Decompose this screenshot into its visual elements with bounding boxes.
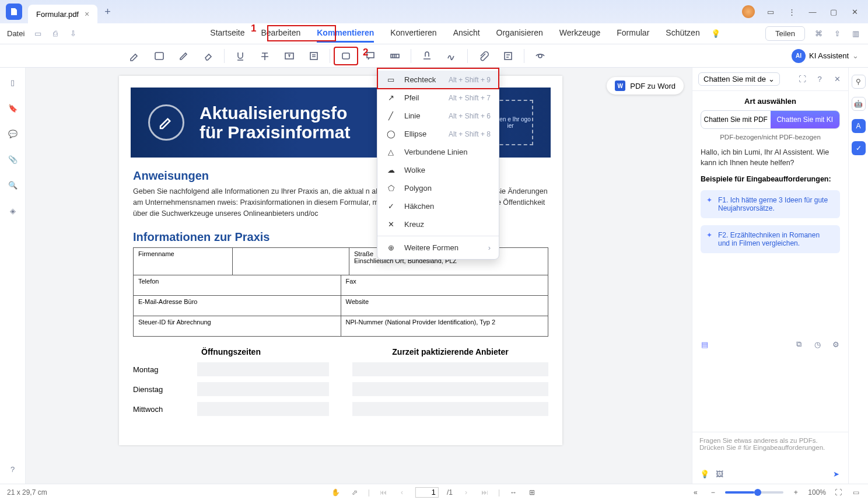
strikethrough-tool[interactable] xyxy=(253,47,277,65)
chat-ki-option[interactable]: Chatten Sie mit KI xyxy=(771,111,840,128)
panel-icon[interactable]: ▥ xyxy=(850,29,861,39)
translate-icon[interactable]: A xyxy=(852,119,866,133)
fullscreen-icon[interactable]: ⛶ xyxy=(833,487,844,498)
select-tool-icon[interactable]: ⬀ xyxy=(349,487,360,498)
ai-assistant-button[interactable]: AI KI Assistent ⌄ xyxy=(792,49,859,63)
minimize-icon[interactable]: — xyxy=(807,6,818,17)
copy-icon[interactable]: ⧉ xyxy=(793,339,804,349)
callout-tool[interactable] xyxy=(358,47,383,65)
next-page-icon[interactable]: › xyxy=(461,487,471,498)
prev-page-icon[interactable]: ‹ xyxy=(397,487,407,498)
provider-slot[interactable] xyxy=(352,362,548,376)
ribbon-tab-startseite[interactable]: Startseite xyxy=(210,25,244,43)
shape-item-check[interactable]: ✓Häkchen xyxy=(377,197,499,215)
attachment-tool[interactable] xyxy=(471,47,496,65)
cloud-upload-icon[interactable]: ⇧ xyxy=(832,29,842,39)
save-icon[interactable]: ⇩ xyxy=(68,29,78,39)
hand-tool-icon[interactable]: ✋ xyxy=(331,487,341,498)
close-window-icon[interactable]: ✕ xyxy=(849,6,860,17)
zoom-in-icon[interactable]: + xyxy=(790,487,801,498)
shape-item-arrow[interactable]: ↗PfeilAlt + Shift + 7 xyxy=(377,89,499,107)
ai-mode-switch[interactable]: Chatten Sie mit PDF Chatten Sie mit KI xyxy=(701,110,840,129)
textbox-tool[interactable] xyxy=(277,47,302,65)
close-tab-icon[interactable]: × xyxy=(85,9,89,19)
robot-icon[interactable]: 🤖 xyxy=(852,97,866,111)
stamp-tool[interactable] xyxy=(415,47,439,65)
message-icon[interactable]: ▭ xyxy=(765,6,776,17)
first-page-icon[interactable]: ⏮ xyxy=(378,487,388,498)
highlighter-tool[interactable] xyxy=(123,47,147,65)
shape-item-cross[interactable]: ✕Kreuz xyxy=(377,215,499,233)
ribbon-tab-ansicht[interactable]: Ansicht xyxy=(453,25,480,43)
share-button[interactable]: Teilen xyxy=(765,26,805,41)
zoom-slider[interactable] xyxy=(725,491,783,494)
file-menu[interactable]: Datei xyxy=(7,29,24,38)
comment-list-tool[interactable] xyxy=(496,47,520,65)
shape-item-line[interactable]: ╱LinieAlt + Shift + 6 xyxy=(377,107,499,125)
area-highlight-tool[interactable] xyxy=(147,47,172,65)
hours-slot[interactable] xyxy=(197,382,329,396)
print-icon[interactable]: ⎙ xyxy=(50,29,61,39)
ai-input-area[interactable]: Fragen Sie etwas anderes als zu PDFs. Dr… xyxy=(692,432,848,484)
expand-icon[interactable]: ⛶ xyxy=(797,74,807,85)
field-firmenname-input[interactable] xyxy=(233,248,349,275)
kebab-icon[interactable]: ⋮ xyxy=(786,6,797,17)
bulb-icon[interactable]: 💡 xyxy=(699,468,710,479)
thumbnails-icon[interactable]: ▯ xyxy=(8,77,18,88)
shape-item-polygon[interactable]: ⬠Polygon xyxy=(377,179,499,197)
fit-page-icon[interactable]: ⊞ xyxy=(527,487,537,498)
document-tab[interactable]: Formular.pdf × xyxy=(28,5,97,23)
user-avatar[interactable] xyxy=(742,5,755,18)
shape-item-poly[interactable]: △Verbundene Linien xyxy=(377,143,499,161)
ai-mode-dropdown[interactable]: Chatten Sie mit de⌄ xyxy=(698,72,780,86)
underline-tool[interactable] xyxy=(228,47,253,65)
example-prompt-2[interactable]: F2. Erzähltechniken in Romanen und in Fi… xyxy=(701,225,840,253)
hide-comments-tool[interactable] xyxy=(528,47,552,65)
close-panel-icon[interactable]: ✕ xyxy=(832,74,842,85)
image-icon[interactable]: 🖼 xyxy=(714,468,724,479)
layers-icon[interactable]: ◈ xyxy=(8,205,18,216)
measure-tool[interactable] xyxy=(383,47,407,65)
open-icon[interactable]: ▭ xyxy=(33,29,43,39)
send-icon[interactable]: ➤ xyxy=(831,468,841,479)
files-icon[interactable]: ▤ xyxy=(699,339,710,349)
provider-slot[interactable] xyxy=(352,402,548,416)
ribbon-tab-konvertieren[interactable]: Konvertieren xyxy=(390,25,436,43)
hours-slot[interactable] xyxy=(197,362,329,376)
help-icon[interactable]: ? xyxy=(8,464,18,474)
lightbulb-icon[interactable]: 💡 xyxy=(710,29,721,39)
example-prompt-1[interactable]: F1. Ich hätte gerne 3 Ideen für gute Neu… xyxy=(701,190,840,218)
hours-slot[interactable] xyxy=(197,402,329,416)
document-canvas[interactable]: W PDF zu Word Aktualisierungsfo für Prax… xyxy=(26,68,692,484)
ribbon-tab-schützen[interactable]: Schützen xyxy=(666,25,699,43)
note-tool[interactable] xyxy=(302,47,326,65)
shape-item-ellipse[interactable]: ◯EllipseAlt + Shift + 8 xyxy=(377,125,499,143)
comments-icon[interactable]: 💬 xyxy=(8,128,18,139)
bookmarks-icon[interactable]: 🔖 xyxy=(8,103,18,113)
shape-tool[interactable] xyxy=(334,47,358,65)
new-tab-button[interactable]: + xyxy=(104,6,111,18)
maximize-icon[interactable]: ▢ xyxy=(828,6,839,17)
chat-pdf-option[interactable]: Chatten Sie mit PDF xyxy=(701,111,771,128)
attachments-icon[interactable]: 📎 xyxy=(8,154,18,165)
pencil-tool[interactable] xyxy=(172,47,196,65)
shape-item-cloud[interactable]: ☁Wolke xyxy=(377,161,499,179)
info-icon[interactable]: ? xyxy=(814,74,825,85)
tune-icon[interactable]: ⚲ xyxy=(852,75,866,89)
check-chip-icon[interactable]: ✓ xyxy=(852,141,866,155)
eraser-tool[interactable] xyxy=(196,47,220,65)
last-page-icon[interactable]: ⏭ xyxy=(480,487,490,498)
search-icon[interactable]: 🔍 xyxy=(8,180,18,190)
collapse-icon[interactable]: « xyxy=(690,487,701,498)
more-shapes-item[interactable]: ⊕ Weitere Formen › xyxy=(377,239,499,257)
ribbon-tab-organisieren[interactable]: Organisieren xyxy=(496,25,543,43)
provider-slot[interactable] xyxy=(352,382,548,396)
ribbon-tab-werkzeuge[interactable]: Werkzeuge xyxy=(559,25,601,43)
page-input[interactable] xyxy=(415,487,439,498)
settings-icon[interactable]: ⚙ xyxy=(831,339,841,349)
ribbon-tab-formular[interactable]: Formular xyxy=(617,25,649,43)
signature-tool[interactable] xyxy=(439,47,464,65)
link-icon[interactable]: ⌘ xyxy=(813,29,824,39)
zoom-out-icon[interactable]: − xyxy=(708,487,718,498)
fit-width-icon[interactable]: ↔ xyxy=(508,487,519,498)
